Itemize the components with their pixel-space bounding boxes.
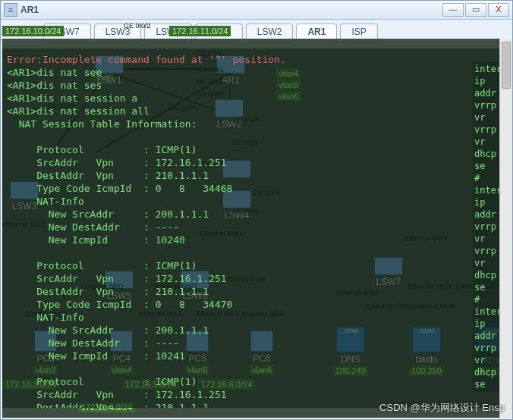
subnet-label-11: 172.16.11.0/24 [169, 26, 231, 36]
maximize-button[interactable]: ▭ [465, 3, 486, 17]
window-title: AR1 [20, 5, 39, 15]
tab-isp[interactable]: ISP [340, 24, 377, 39]
minimize-button[interactable]: — [442, 3, 464, 17]
tabbar: LSW7 LSW3 LSW4 LSW1 LSW2 AR1 ISP [1, 20, 512, 40]
scrollbar-thumb[interactable] [502, 42, 511, 89]
subnet-label-10: 172.16.10.0/24 [2, 26, 64, 36]
watermark: CSDN @华为网络设计 Ensp [379, 401, 505, 415]
titlebar[interactable]: ≡ AR1 — ▭ X [1, 1, 512, 20]
content-area: 172.16.10.0/24 172.16.11.0/24 mstp vrrp … [2, 39, 511, 418]
tab-lsw2[interactable]: LSW2 [246, 24, 294, 39]
vertical-scrollbar[interactable] [499, 39, 512, 419]
app-icon: ≡ [4, 3, 17, 17]
close-button[interactable]: X [488, 3, 509, 17]
tab-ar1[interactable]: AR1 [296, 24, 337, 39]
app-window: ≡ AR1 — ▭ X LSW7 LSW3 LSW4 LSW1 LSW2 AR1… [0, 0, 513, 420]
terminal-output[interactable]: Error:Incomplete command found at '^' po… [2, 49, 511, 408]
port-label: GE 0/0/2 [124, 22, 151, 30]
